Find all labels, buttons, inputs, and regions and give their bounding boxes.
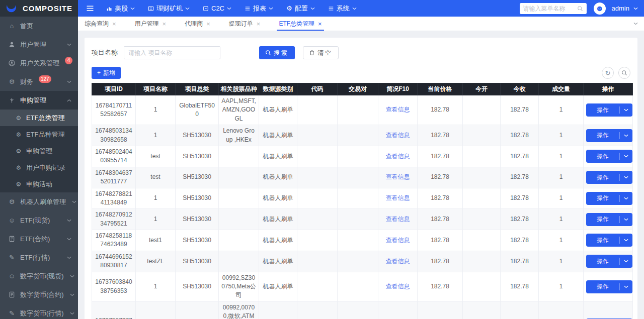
cell-open: [463, 209, 501, 230]
tab-综合查询[interactable]: 综合查询×: [85, 17, 116, 31]
topnav-item-报表[interactable]: 报表: [239, 0, 278, 17]
sidebar-item-ETF(合约)[interactable]: ETF(合约): [0, 230, 78, 248]
sidebar-subitem-ETF总类管理[interactable]: ⚙ETF总类管理: [0, 110, 78, 126]
chevron-down-icon: [619, 283, 632, 290]
gear-icon: ⚙: [15, 148, 22, 154]
view-info-link[interactable]: 查看信息: [386, 173, 410, 180]
quote-edit-icon: ✎: [8, 310, 16, 316]
sidebar-item-用户管理[interactable]: 用户管理: [0, 35, 78, 54]
cell-source: 机器人刷单: [259, 188, 297, 209]
add-button[interactable]: +新增: [92, 67, 121, 79]
row-action-button[interactable]: 操作: [586, 213, 632, 226]
refresh-button[interactable]: ↻: [602, 67, 614, 79]
logo: COMPOSITE: [0, 0, 78, 17]
tab-用户管理[interactable]: 用户管理×: [135, 17, 167, 31]
sidebar-item-ETF(行情)[interactable]: ✎ETF(行情): [0, 248, 78, 267]
tabbar-chevron-down-icon[interactable]: [633, 22, 638, 25]
row-action-button[interactable]: 操作: [586, 280, 632, 293]
tab-提现订单[interactable]: 提现订单×: [229, 17, 261, 31]
cell-pair: [338, 188, 378, 209]
topnav-item-配置[interactable]: ⚙配置: [281, 0, 320, 17]
cell-action: 操作: [584, 251, 633, 272]
sidebar-item-财务[interactable]: ⚙财务127: [0, 72, 78, 91]
sidebar-subitem-申购管理[interactable]: ⚙申购管理: [0, 143, 78, 159]
cell-code: [297, 272, 338, 301]
sidebar-item-数字货币(行情)[interactable]: ✎数字货币(行情): [0, 304, 78, 319]
chevron-down-icon: [68, 275, 76, 278]
topnav-item-理财矿机[interactable]: 理财矿机: [143, 0, 195, 17]
cell-price: 182.78: [418, 167, 463, 188]
cell-close: 182.78: [501, 125, 539, 146]
close-icon[interactable]: ×: [257, 20, 261, 28]
cell-project-name: 1: [136, 95, 176, 125]
sidebar-subitem-ETF品种管理[interactable]: ⚙ETF品种管理: [0, 126, 78, 143]
row-action-button[interactable]: 操作: [586, 129, 632, 142]
row-action-button[interactable]: 操作: [586, 192, 632, 205]
sidebar-item-数字货币(现货)[interactable]: ☺数字货币(现货): [0, 267, 78, 285]
cell-source: 机器人刷单: [259, 301, 297, 319]
cell-f10: 查看信息: [378, 95, 418, 125]
zoom-button[interactable]: [618, 67, 630, 79]
column-header-简况F10: 简况F10: [378, 83, 418, 95]
cell-project-name: 1: [136, 188, 176, 209]
cell-volume: 1: [539, 125, 584, 146]
topnav-item-美股[interactable]: 美股: [101, 0, 140, 17]
sidebar-item-ETF(现货)[interactable]: ☺ETF(现货): [0, 211, 78, 230]
view-info-link[interactable]: 查看信息: [386, 106, 410, 113]
toolbar-row: +新增 ↻: [92, 66, 630, 79]
view-info-link[interactable]: 查看信息: [386, 132, 410, 139]
sidebar-item-首页[interactable]: ⌂首页: [0, 17, 78, 35]
plus-icon: +: [97, 69, 101, 76]
sidebar-subitem-用户申购记录[interactable]: ⚙用户申购记录: [0, 159, 78, 176]
search-icon[interactable]: [577, 6, 583, 12]
report-icon: [245, 6, 251, 12]
view-info-link[interactable]: 查看信息: [386, 153, 410, 160]
row-action-button[interactable]: 操作: [586, 234, 632, 247]
clear-button[interactable]: 清空: [303, 46, 339, 59]
row-action-button[interactable]: 操作: [586, 103, 632, 117]
close-icon[interactable]: ×: [206, 20, 210, 28]
mining-list-icon: [148, 6, 154, 12]
cell-code: [297, 230, 338, 251]
close-icon[interactable]: ×: [112, 20, 116, 28]
menu-search-input[interactable]: [523, 5, 574, 12]
sidebar-item-申购管理[interactable]: 申购管理: [0, 91, 78, 110]
sidebar-subitem-申购活动[interactable]: ⚙申购活动: [0, 176, 78, 192]
row-action-button[interactable]: 操作: [586, 255, 632, 268]
row-action-button[interactable]: 操作: [586, 150, 632, 163]
cell-code: [297, 167, 338, 188]
tab-代理商[interactable]: 代理商×: [185, 17, 210, 31]
topnav-item-C2C[interactable]: C2C: [198, 0, 236, 17]
avatar[interactable]: ☻: [594, 3, 606, 15]
sidebar-item-用户关系管理[interactable]: 用户关系管理4: [0, 54, 78, 72]
project-name-input[interactable]: [124, 46, 220, 59]
cell-source: 机器人刷单: [259, 95, 297, 125]
sidebar-item-数字货币(合约)[interactable]: 数字货币(合约): [0, 285, 78, 304]
hamburger-icon[interactable]: [86, 5, 94, 12]
config-gear-icon: ⚙: [286, 5, 292, 12]
close-icon[interactable]: ×: [318, 20, 322, 28]
row-action-label: 操作: [586, 236, 619, 245]
cell-category: SH513030: [176, 188, 219, 209]
view-info-link[interactable]: 查看信息: [386, 237, 410, 244]
cell-action: 操作: [584, 95, 633, 125]
cell-action: 操作: [584, 209, 633, 230]
logo-text: COMPOSITE: [23, 4, 72, 13]
cell-stocks: [219, 230, 259, 251]
user-chevron-down-icon[interactable]: [633, 7, 638, 10]
row-action-button[interactable]: 操作: [586, 171, 632, 184]
username[interactable]: admin: [612, 5, 629, 12]
close-icon[interactable]: ×: [163, 20, 167, 28]
topnav-item-系统[interactable]: 系统: [323, 0, 362, 17]
view-info-link[interactable]: 查看信息: [386, 194, 410, 201]
table-row: 1674469615280930817testZLSH513030机器人刷单查看…: [92, 251, 633, 272]
cell-action: 操作: [584, 301, 633, 319]
view-info-link[interactable]: 查看信息: [386, 283, 410, 290]
view-info-link[interactable]: 查看信息: [386, 258, 410, 265]
sidebar-item-机器人刷单管理[interactable]: ⚙机器人刷单管理: [0, 192, 78, 211]
chevron-down-icon: [619, 174, 632, 181]
view-info-link[interactable]: 查看信息: [386, 216, 410, 223]
chevron-down-icon: [65, 43, 73, 46]
search-button[interactable]: 搜索: [259, 46, 295, 59]
tab-ETF总类管理[interactable]: ETF总类管理×: [279, 17, 321, 31]
